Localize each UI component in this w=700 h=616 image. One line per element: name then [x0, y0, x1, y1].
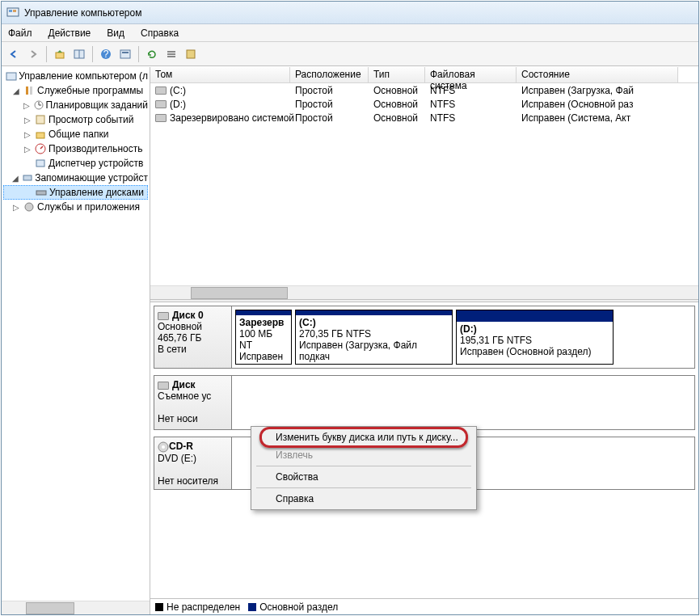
ctx-properties[interactable]: Свойства — [253, 468, 474, 486]
forward-button[interactable] — [24, 45, 42, 63]
ctx-separator — [256, 466, 471, 466]
drive-icon — [155, 100, 167, 108]
tree-services[interactable]: ▷Службы и приложения — [3, 200, 148, 214]
partition-d[interactable]: (D:)195,31 ГБ NTFSИсправен (Основной раз… — [456, 310, 614, 365]
svg-rect-15 — [26, 86, 28, 95]
menu-file[interactable]: Файл — [5, 26, 36, 40]
disk0-row[interactable]: Диск 0 Основной 465,76 ГБ В сети Зарезер… — [154, 306, 695, 369]
col-tom[interactable]: Том — [150, 67, 290, 82]
svg-rect-14 — [6, 73, 16, 80]
svg-rect-2 — [13, 10, 16, 12]
settings-button[interactable] — [182, 45, 200, 63]
legend-primary: Основной раздел — [248, 601, 338, 613]
disk1-label[interactable]: Диск Съемное ус Нет носи — [154, 376, 232, 429]
col-status[interactable]: Состояние — [517, 67, 678, 82]
context-menu: Изменить букву диска или путь к диску...… — [251, 426, 477, 510]
svg-point-29 — [162, 445, 165, 449]
drive-icon — [155, 114, 167, 122]
legend: Не распределен Основной раздел — [150, 598, 698, 614]
window-title: Управление компьютером — [24, 7, 141, 19]
svg-rect-11 — [167, 53, 175, 55]
ctx-separator — [256, 487, 471, 488]
help-button[interactable]: ? — [97, 45, 115, 63]
cdrom-label[interactable]: CD-R DVD (E:) Нет носителя — [154, 437, 232, 489]
tree-eventviewer[interactable]: ▷Просмотр событий — [3, 112, 148, 127]
volume-scrollbar[interactable] — [150, 285, 698, 299]
cdrom-icon — [158, 441, 169, 452]
app-icon — [6, 6, 19, 19]
toolbar: ? — [2, 42, 698, 66]
col-layout[interactable]: Расположение — [290, 67, 369, 82]
disk-icon — [158, 312, 169, 320]
volume-list[interactable]: (C:)ПростойОсновнойNTFSИсправен (Загрузк… — [150, 83, 698, 285]
svg-rect-9 — [122, 52, 129, 53]
partition-reserved[interactable]: Зарезерв100 МБ NTИсправен — [235, 310, 292, 365]
tree-root[interactable]: Управление компьютером (л — [3, 69, 148, 83]
computer-management-window: Управление компьютером Файл Действие Вид… — [1, 1, 699, 615]
svg-rect-12 — [167, 56, 175, 57]
volume-row[interactable]: (C:)ПростойОсновнойNTFSИсправен (Загрузк… — [150, 83, 698, 97]
refresh-button[interactable] — [143, 45, 161, 63]
tree-storage[interactable]: ◢Запоминающие устройст — [3, 171, 148, 185]
ctx-help[interactable]: Справка — [253, 490, 474, 508]
menu-help[interactable]: Справка — [137, 26, 182, 40]
drive-icon — [155, 86, 167, 95]
svg-point-27 — [25, 203, 33, 211]
svg-rect-1 — [9, 10, 12, 12]
menu-action[interactable]: Действие — [45, 26, 95, 40]
volume-row[interactable]: (D:)ПростойОсновнойNTFSИсправен (Основно… — [150, 97, 698, 111]
svg-rect-13 — [187, 50, 195, 58]
col-fs[interactable]: Файловая система — [425, 67, 517, 82]
svg-rect-8 — [120, 50, 130, 58]
svg-rect-26 — [36, 191, 46, 195]
svg-rect-24 — [36, 160, 44, 167]
svg-rect-16 — [30, 86, 32, 95]
partition-c[interactable]: (C:)270,35 ГБ NTFSИсправен (Загрузка, Фа… — [295, 310, 453, 365]
svg-rect-20 — [36, 116, 44, 124]
tree-shared[interactable]: ▷Общие папки — [3, 127, 148, 141]
content-area: Управление компьютером (л ◢Служебные про… — [2, 66, 698, 614]
svg-text:?: ? — [103, 49, 109, 60]
volume-row[interactable]: Зарезервировано системойПростойОсновнойN… — [150, 111, 698, 124]
show-console-button[interactable] — [70, 45, 88, 63]
view-button[interactable] — [116, 45, 134, 63]
disk1-row[interactable]: Диск Съемное ус Нет носи — [154, 375, 695, 430]
tree-system-tools[interactable]: ◢Служебные программы — [3, 83, 148, 98]
tree-diskmgmt[interactable]: Управление дисками — [3, 185, 148, 200]
tree-scrollbar[interactable] — [2, 601, 150, 614]
ctx-eject: Извлечь — [253, 446, 474, 464]
disk-icon — [158, 382, 169, 390]
tree-scheduler[interactable]: ▷Планировщик заданий — [3, 98, 148, 112]
svg-rect-25 — [23, 175, 32, 180]
svg-rect-10 — [167, 51, 175, 53]
disk0-label[interactable]: Диск 0 Основной 465,76 ГБ В сети — [154, 306, 232, 368]
menubar: Файл Действие Вид Справка — [2, 24, 698, 42]
right-pane: Том Расположение Тип Файловая система Со… — [150, 67, 698, 614]
up-button[interactable] — [51, 45, 69, 63]
nav-tree[interactable]: Управление компьютером (л ◢Служебные про… — [2, 67, 150, 614]
legend-unalloc: Не распределен — [155, 601, 240, 613]
list-button[interactable] — [162, 45, 180, 63]
titlebar[interactable]: Управление компьютером — [2, 2, 698, 24]
tree-perf[interactable]: ▷Производительность — [3, 141, 148, 156]
tree-devmgr[interactable]: Диспетчер устройств — [3, 156, 148, 171]
back-button[interactable] — [5, 45, 23, 63]
col-type[interactable]: Тип — [369, 67, 425, 82]
menu-view[interactable]: Вид — [103, 26, 128, 40]
ctx-change-letter[interactable]: Изменить букву диска или путь к диску... — [253, 428, 474, 446]
svg-rect-3 — [56, 53, 64, 58]
svg-rect-21 — [36, 133, 44, 138]
volume-header[interactable]: Том Расположение Тип Файловая система Со… — [150, 67, 698, 83]
